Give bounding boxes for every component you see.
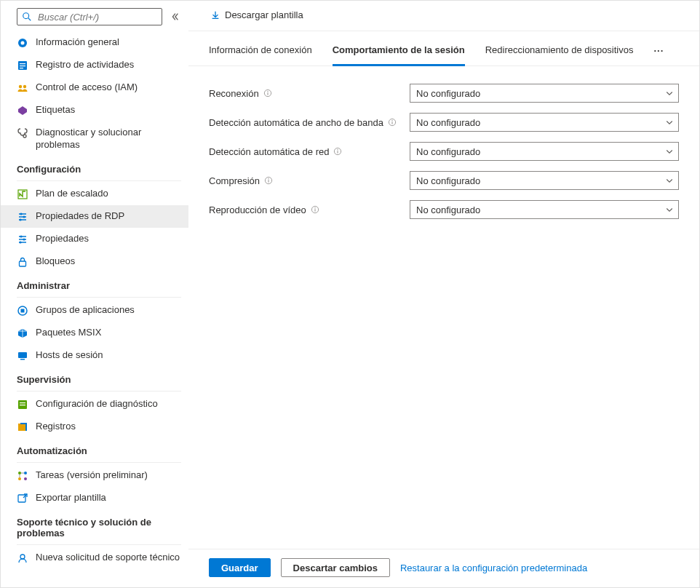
sidebar-item-diag-settings[interactable]: Configuración de diagnóstico: [1, 393, 188, 416]
sidebar-item-new-support-request[interactable]: Nueva solicitud de soporte técnico: [1, 547, 188, 569]
footer: Guardar Descartar cambios Restaurar a la…: [188, 549, 699, 587]
svg-rect-27: [18, 352, 27, 358]
bandwidth-detection-select[interactable]: No configurado: [410, 113, 679, 132]
sidebar-item-label: Propiedades de RDP: [36, 210, 181, 223]
tag-icon: [17, 105, 28, 116]
sidebar-item-label: Paquetes MSIX: [36, 327, 181, 339]
tab-connection-info[interactable]: Información de conexión: [209, 44, 312, 66]
sidebar-item-label: Diagnosticar y solucionar problemas: [36, 127, 181, 151]
divider: [17, 297, 181, 298]
search-icon: [22, 12, 32, 22]
info-icon[interactable]: [333, 147, 342, 156]
download-template-button[interactable]: Descargar plantilla: [209, 7, 305, 23]
sidebar-item-label: Bloqueos: [36, 255, 181, 268]
form-label-text: Compresión: [209, 175, 260, 186]
sidebar-item-label: Información general: [36, 36, 181, 49]
svg-point-0: [23, 13, 29, 19]
logs-icon: [17, 421, 28, 433]
tab-session-behavior[interactable]: Comportamiento de la sesión: [333, 44, 465, 66]
divider: [17, 391, 181, 392]
reset-defaults-link[interactable]: Restaurar a la configuración predetermin…: [400, 563, 587, 573]
access-icon: [17, 82, 28, 94]
export-icon: [17, 493, 28, 504]
sidebar-item-export-template[interactable]: Exportar plantilla: [1, 487, 188, 509]
main-panel: Descargar plantilla Información de conex…: [188, 1, 699, 587]
svg-rect-5: [20, 63, 25, 64]
toolbar-label: Descargar plantilla: [225, 9, 303, 20]
info-icon[interactable]: [264, 176, 273, 185]
sidebar-item-label: Propiedades: [36, 233, 181, 245]
sidebar-item-label: Registros: [36, 421, 181, 433]
svg-rect-32: [18, 424, 25, 431]
tabs-more-button[interactable]: ···: [653, 45, 664, 65]
svg-point-17: [19, 218, 21, 220]
select-value: No configurado: [416, 117, 480, 128]
sidebar-item-overview[interactable]: Información general: [1, 31, 188, 54]
info-icon[interactable]: [311, 205, 319, 214]
sidebar-item-locks[interactable]: Bloqueos: [1, 250, 188, 273]
toolbar: Descargar plantilla: [188, 1, 699, 31]
reconnection-select[interactable]: No configurado: [410, 84, 679, 103]
svg-point-49: [391, 120, 392, 121]
sidebar-item-label: Tareas (versión preliminar): [36, 469, 181, 482]
svg-rect-7: [20, 68, 23, 68]
overview-icon: [17, 37, 28, 49]
sidebar-section-automatizacion: Automatización: [1, 438, 188, 461]
sidebar-item-label: Control de acceso (IAM): [36, 82, 181, 94]
search-input[interactable]: [36, 11, 157, 23]
form-row-network-detection: Detección automática de red No configura…: [209, 142, 679, 161]
compression-select[interactable]: No configurado: [410, 171, 679, 190]
divider: [17, 462, 181, 463]
sidebar-item-tasks[interactable]: Tareas (versión preliminar): [1, 464, 188, 487]
svg-point-8: [19, 85, 22, 88]
save-button[interactable]: Guardar: [209, 558, 271, 577]
search-row: [1, 8, 188, 31]
discard-button[interactable]: Descartar cambios: [281, 558, 390, 577]
svg-point-55: [268, 178, 269, 179]
svg-point-58: [314, 207, 315, 208]
sidebar-item-activity-log[interactable]: Registro de actividades: [1, 54, 188, 76]
form-label: Detección automática de ancho de banda: [209, 117, 410, 128]
sidebar-item-label: Plan de escalado: [36, 188, 181, 200]
chevron-down-icon: [665, 89, 674, 98]
info-icon[interactable]: [263, 89, 272, 98]
svg-rect-50: [391, 122, 392, 124]
svg-point-52: [338, 149, 338, 150]
sidebar-item-app-groups[interactable]: Grupos de aplicaciones: [1, 299, 188, 322]
sidebar-item-session-hosts[interactable]: Hosts de sesión: [1, 344, 188, 367]
svg-rect-31: [20, 405, 25, 405]
appgroup-icon: [17, 305, 28, 317]
svg-rect-41: [18, 495, 25, 502]
svg-rect-53: [338, 151, 338, 153]
sidebar-item-msix-packages[interactable]: Paquetes MSIX: [1, 322, 188, 344]
search-box[interactable]: [17, 8, 162, 25]
svg-rect-6: [20, 65, 25, 66]
select-value: No configurado: [416, 146, 480, 157]
network-detection-select[interactable]: No configurado: [410, 142, 679, 161]
sidebar-item-logs[interactable]: Registros: [1, 416, 188, 438]
chevron-down-icon: [665, 176, 674, 185]
select-value: No configurado: [416, 204, 480, 215]
form-label-text: Reproducción de vídeo: [209, 204, 306, 215]
svg-point-10: [23, 135, 26, 138]
video-playback-select[interactable]: No configurado: [410, 200, 679, 219]
download-icon: [210, 10, 220, 20]
sidebar-item-rdp-properties[interactable]: Propiedades de RDP: [1, 205, 188, 228]
collapse-sidebar-icon[interactable]: [168, 10, 181, 23]
sidebar-item-tags[interactable]: Etiquetas: [1, 99, 188, 122]
sidebar-item-scaling-plan[interactable]: Plan de escalado: [1, 183, 188, 205]
support-icon: [17, 552, 28, 564]
tab-device-redirection[interactable]: Redireccionamiento de dispositivos: [485, 44, 634, 66]
sidebar-section-configuracion: Configuración: [1, 156, 188, 179]
sidebar-item-diagnose[interactable]: Diagnosticar y solucionar problemas: [1, 122, 188, 156]
info-icon[interactable]: [388, 118, 397, 127]
chevron-down-icon: [665, 147, 674, 156]
svg-point-38: [24, 477, 27, 480]
activity-log-icon: [17, 60, 28, 71]
sidebar-item-access-control[interactable]: Control de acceso (IAM): [1, 76, 188, 99]
svg-rect-59: [314, 209, 315, 211]
sidebar-item-label: Exportar plantilla: [36, 492, 181, 504]
form-label-text: Detección automática de ancho de banda: [209, 117, 383, 128]
sidebar-item-properties[interactable]: Propiedades: [1, 228, 188, 250]
svg-point-15: [20, 212, 22, 215]
